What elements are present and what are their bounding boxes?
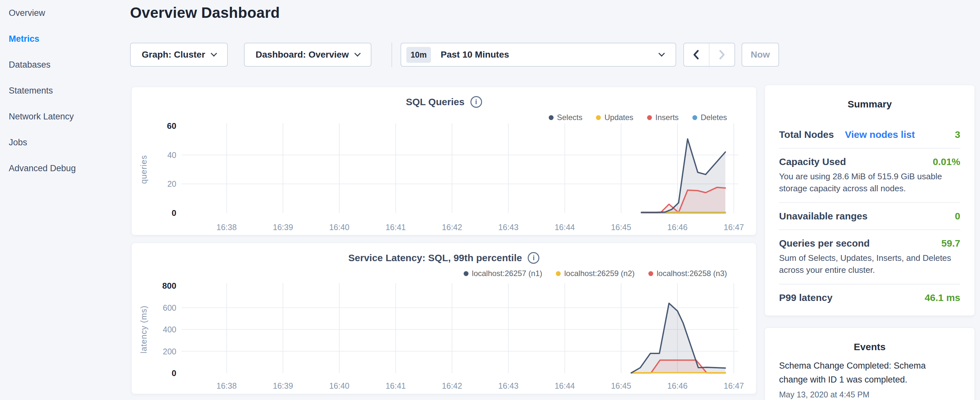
events-list: Schema Change Completed: Schema change w… [779, 359, 960, 399]
dashboard-dropdown-label: Dashboard: Overview [256, 49, 349, 60]
service-latency-card: Service Latency: SQL, 99th percentile i … [131, 243, 756, 394]
sidebar-item-overview[interactable]: Overview [9, 7, 129, 19]
svg-text:0: 0 [172, 368, 176, 378]
svg-text:40: 40 [167, 150, 176, 159]
summary-card: Summary Total NodesView nodes list3Capac… [765, 85, 975, 316]
time-step-buttons [683, 43, 735, 67]
chevron-left-icon [691, 48, 701, 61]
svg-text:16:47: 16:47 [724, 223, 744, 232]
summary-row-line: P99 latency46.1 ms [779, 292, 960, 303]
svg-text:16:40: 16:40 [329, 381, 349, 390]
svg-text:20: 20 [167, 179, 176, 188]
summary-row-line: Capacity Used0.01% [779, 156, 960, 167]
sidebar-item-statements[interactable]: Statements [9, 85, 129, 96]
svg-text:16:45: 16:45 [611, 223, 631, 232]
svg-text:600: 600 [163, 303, 176, 312]
svg-text:16:39: 16:39 [273, 223, 293, 232]
summary-value: 46.1 ms [925, 292, 960, 303]
events-card: Events Schema Change Completed: Schema c… [765, 328, 975, 400]
summary-description: You are using 28.6 MiB of 515.9 GiB usab… [779, 171, 955, 194]
svg-text:16:42: 16:42 [442, 381, 462, 390]
time-range-badge: 10m [406, 47, 431, 63]
now-button[interactable]: Now [741, 43, 779, 67]
chevron-down-icon [354, 50, 361, 57]
summary-row-line: Queries per second59.7 [779, 238, 960, 249]
svg-text:16:45: 16:45 [611, 381, 631, 390]
summary-rows: Total NodesView nodes list3Capacity Used… [779, 121, 960, 311]
summary-value: 0.01% [933, 156, 960, 167]
summary-row-line: Unavailable ranges0 [779, 211, 960, 222]
prev-button[interactable] [684, 43, 710, 66]
summary-label: P99 latency [779, 292, 832, 303]
svg-text:16:44: 16:44 [555, 223, 575, 232]
svg-text:0: 0 [172, 208, 176, 218]
event-item: Schema Change Completed: Schema change w… [779, 359, 960, 399]
svg-text:16:44: 16:44 [555, 381, 575, 390]
app: OverviewMetricsDatabasesStatementsNetwor… [0, 0, 980, 400]
svg-text:16:47: 16:47 [724, 381, 744, 390]
service-latency-chart[interactable]: 16:3816:3916:4016:4116:4216:4316:4416:45… [132, 243, 757, 395]
sql-queries-card: SQL Queries i SelectsUpdatesInsertsDelet… [131, 87, 756, 235]
svg-text:latency (ms): latency (ms) [139, 306, 148, 354]
dashboard-dropdown[interactable]: Dashboard: Overview [244, 43, 371, 67]
summary-description: Sum of Selects, Updates, Inserts, and De… [779, 252, 955, 276]
svg-text:16:38: 16:38 [216, 381, 237, 390]
svg-text:16:46: 16:46 [667, 381, 688, 390]
summary-label: Queries per second [779, 238, 870, 249]
svg-text:16:43: 16:43 [498, 223, 519, 232]
sidebar-item-jobs[interactable]: Jobs [9, 137, 129, 148]
summary-row: Capacity Used0.01%You are using 28.6 MiB… [779, 148, 960, 202]
summary-row-line: Total NodesView nodes list3 [779, 129, 960, 140]
view-nodes-link[interactable]: View nodes list [845, 129, 915, 140]
summary-value: 3 [955, 129, 960, 140]
sql-queries-chart[interactable]: 16:3816:3916:4016:4116:4216:4316:4416:45… [132, 87, 757, 236]
svg-text:800: 800 [162, 281, 176, 291]
chevron-right-icon [717, 48, 727, 61]
time-range-label: Past 10 Minutes [441, 49, 509, 60]
svg-text:60: 60 [167, 121, 176, 131]
summary-row: Total NodesView nodes list3 [779, 121, 960, 148]
sidebar: OverviewMetricsDatabasesStatementsNetwor… [0, 0, 129, 400]
svg-text:16:42: 16:42 [442, 223, 462, 232]
svg-text:16:41: 16:41 [386, 381, 406, 390]
sidebar-item-metrics[interactable]: Metrics [9, 33, 129, 45]
svg-text:queries: queries [139, 155, 148, 184]
svg-text:16:38: 16:38 [216, 223, 237, 232]
page-title: Overview Dashboard [130, 4, 280, 21]
chevron-down-icon [659, 50, 665, 57]
sidebar-item-advanced-debug[interactable]: Advanced Debug [9, 163, 129, 174]
summary-label: Capacity Used [779, 156, 846, 167]
summary-row: P99 latency46.1 ms [779, 284, 960, 311]
svg-text:16:40: 16:40 [329, 223, 349, 232]
graph-dropdown-label: Graph: Cluster [142, 49, 205, 60]
summary-value: 0 [955, 211, 960, 222]
summary-value: 59.7 [942, 238, 960, 249]
sidebar-item-network-latency[interactable]: Network Latency [9, 111, 129, 122]
svg-text:16:39: 16:39 [273, 381, 293, 390]
chevron-down-icon [211, 50, 217, 57]
graph-dropdown[interactable]: Graph: Cluster [130, 43, 228, 67]
time-range-dropdown[interactable]: 10m Past 10 Minutes [401, 43, 676, 67]
svg-text:400: 400 [163, 325, 176, 334]
summary-row: Queries per second59.7Sum of Selects, Up… [779, 229, 960, 284]
toolbar-divider [391, 42, 392, 67]
summary-title: Summary [779, 99, 960, 110]
next-button[interactable] [710, 43, 735, 66]
event-timestamp: May 13, 2020 at 4:45 PM [779, 390, 960, 399]
svg-text:16:41: 16:41 [386, 223, 406, 232]
svg-text:16:43: 16:43 [498, 381, 519, 390]
summary-label: Unavailable ranges [779, 211, 867, 222]
event-message: Schema Change Completed: Schema change w… [779, 359, 941, 387]
sidebar-item-databases[interactable]: Databases [9, 59, 129, 70]
toolbar: Graph: Cluster Dashboard: Overview 10m P… [130, 42, 779, 67]
svg-text:16:46: 16:46 [667, 223, 688, 232]
summary-label: Total Nodes [779, 129, 834, 140]
summary-row: Unavailable ranges0 [779, 202, 960, 229]
events-title: Events [779, 341, 960, 352]
svg-text:200: 200 [163, 347, 176, 356]
